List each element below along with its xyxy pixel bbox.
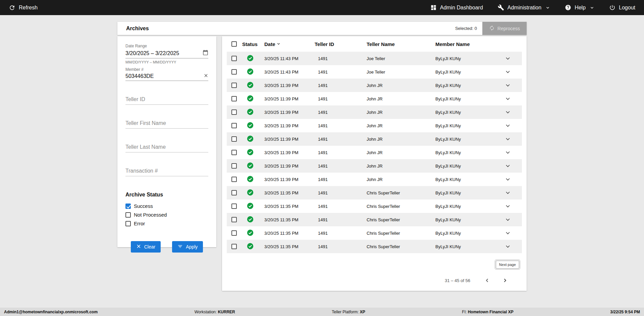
- row-expand-chevron[interactable]: [504, 148, 512, 156]
- row-checkbox[interactable]: [231, 190, 237, 195]
- row-expand-chevron[interactable]: [504, 68, 512, 76]
- row-checkbox[interactable]: [231, 123, 237, 128]
- row-expand-chevron[interactable]: [504, 175, 512, 183]
- clear-member-icon[interactable]: [204, 73, 208, 79]
- row-date: 3/20/25 11:39 PM: [259, 123, 313, 128]
- row-expand-chevron[interactable]: [504, 135, 512, 143]
- administration-menu[interactable]: Administration: [498, 4, 550, 11]
- table-row: 3/20/25 11:39 PM 1491 John JR ByLyJI KUN…: [227, 92, 522, 105]
- row-date: 3/20/25 11:39 PM: [259, 177, 313, 182]
- row-teller-id: 1491: [313, 96, 358, 101]
- row-checkbox[interactable]: [231, 56, 237, 61]
- apply-button[interactable]: Apply: [172, 241, 203, 253]
- row-expand-chevron[interactable]: [504, 216, 512, 224]
- select-all-checkbox[interactable]: [231, 41, 237, 47]
- row-checkbox[interactable]: [231, 163, 237, 169]
- row-date: 3/20/25 11:35 PM: [259, 190, 313, 195]
- row-checkbox[interactable]: [231, 136, 237, 142]
- row-expand-chevron[interactable]: [504, 242, 512, 251]
- row-checkbox[interactable]: [231, 204, 237, 209]
- next-page-chevron-button[interactable]: [500, 276, 509, 285]
- status-checkbox-label: Error: [134, 221, 145, 226]
- clear-button[interactable]: Clear: [131, 241, 161, 253]
- status-checkbox[interactable]: [125, 204, 131, 209]
- clear-label: Clear: [144, 244, 155, 250]
- date-range-input[interactable]: [125, 50, 203, 56]
- status-success-icon: [247, 162, 254, 170]
- previous-page-chevron-button[interactable]: [483, 276, 492, 285]
- transaction-number-input[interactable]: [125, 168, 208, 174]
- status-success-icon: [247, 122, 254, 130]
- row-checkbox[interactable]: [231, 177, 237, 182]
- reprocess-button[interactable]: Reprocess: [482, 22, 527, 35]
- footer-fi: FI: Hometown Financial XP: [462, 310, 513, 314]
- admin-dashboard-label: Admin Dashboard: [440, 5, 483, 11]
- help-label: Help: [575, 5, 586, 11]
- column-header-member-name: Member Name: [433, 41, 504, 47]
- archives-header-bar: Archives Selected: 0 Reprocess: [117, 22, 527, 35]
- admin-dashboard-button[interactable]: Admin Dashboard: [430, 4, 483, 11]
- row-expand-chevron[interactable]: [504, 202, 512, 210]
- row-expand-chevron[interactable]: [504, 122, 512, 130]
- archive-status-checkbox-item[interactable]: Not Processed: [125, 212, 208, 218]
- column-header-status: Status: [241, 41, 259, 47]
- teller-id-input[interactable]: [125, 96, 208, 102]
- row-date: 3/20/25 11:39 PM: [259, 150, 313, 155]
- status-checkbox[interactable]: [125, 212, 131, 218]
- status-success-icon: [247, 216, 254, 224]
- row-teller-name: Chris SuperTeller: [358, 244, 433, 249]
- archive-status-checkbox-item[interactable]: Success: [125, 203, 208, 209]
- row-teller-name: Joe Teller: [358, 56, 433, 61]
- row-checkbox[interactable]: [231, 244, 237, 249]
- archive-status-title: Archive Status: [125, 192, 208, 198]
- teller-first-name-input[interactable]: [125, 120, 208, 126]
- row-expand-chevron[interactable]: [504, 95, 512, 103]
- status-success-icon: [247, 81, 254, 90]
- reprocess-icon: [489, 25, 495, 32]
- row-checkbox[interactable]: [231, 217, 237, 222]
- archive-status-checkbox-item[interactable]: Error: [125, 221, 208, 226]
- row-teller-id: 1491: [313, 137, 358, 142]
- row-member-name: ByLyJI KUNy: [433, 123, 504, 128]
- refresh-button[interactable]: Refresh: [9, 4, 38, 11]
- row-teller-id: 1491: [313, 177, 358, 182]
- row-teller-id: 1491: [313, 217, 358, 222]
- row-date: 3/20/25 11:39 PM: [259, 83, 313, 88]
- footer-workstation: Workstation: KURRER: [195, 310, 235, 314]
- status-success-icon: [247, 202, 254, 211]
- row-checkbox[interactable]: [231, 150, 237, 155]
- row-member-name: ByLyJI KUNy: [433, 137, 504, 142]
- table-header-row: Status Date Teller ID Teller Name Member…: [227, 36, 522, 52]
- row-expand-chevron[interactable]: [504, 229, 512, 237]
- status-checkbox[interactable]: [125, 221, 131, 226]
- row-expand-chevron[interactable]: [504, 108, 512, 116]
- row-checkbox[interactable]: [231, 83, 237, 88]
- row-teller-id: 1491: [313, 150, 358, 155]
- status-success-icon: [247, 108, 254, 117]
- row-checkbox[interactable]: [231, 230, 237, 236]
- table-row: 3/20/25 11:35 PM 1491 Chris SuperTeller …: [227, 199, 522, 213]
- filter-panel: Date Range MM/DD/YYYY – MM/DD/YYYY Membe…: [117, 36, 216, 247]
- dashboard-tiles-icon: [430, 4, 437, 11]
- row-expand-chevron[interactable]: [504, 189, 512, 197]
- teller-last-name-input[interactable]: [125, 144, 208, 150]
- row-expand-chevron[interactable]: [504, 162, 512, 170]
- status-success-icon: [247, 68, 254, 76]
- row-checkbox[interactable]: [231, 109, 237, 115]
- row-teller-name: Chris SuperTeller: [358, 217, 433, 222]
- row-date: 3/20/25 11:39 PM: [259, 164, 313, 169]
- row-date: 3/20/25 11:43 PM: [259, 56, 313, 61]
- row-expand-chevron[interactable]: [504, 54, 512, 62]
- row-checkbox[interactable]: [231, 69, 237, 75]
- row-teller-id: 1491: [313, 56, 358, 61]
- next-page-button[interactable]: Next page: [496, 261, 519, 269]
- help-menu[interactable]: Help: [565, 4, 594, 11]
- logout-button[interactable]: Logout: [609, 4, 635, 11]
- date-sort-chevron-icon: [276, 41, 281, 47]
- column-header-date[interactable]: Date: [259, 41, 313, 47]
- row-expand-chevron[interactable]: [504, 81, 512, 89]
- footer-user: Admin1@hometownfinancialxp.onmicrosoft.c…: [4, 310, 98, 314]
- calendar-icon[interactable]: [203, 50, 208, 57]
- row-checkbox[interactable]: [231, 96, 237, 101]
- member-number-input[interactable]: [125, 73, 204, 79]
